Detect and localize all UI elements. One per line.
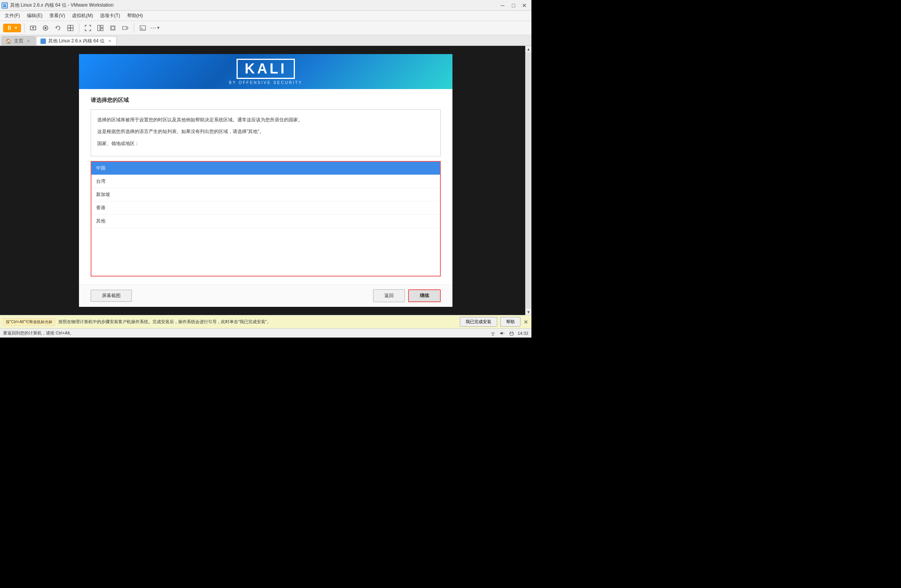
menu-view[interactable]: 查看(V) [46,12,68,20]
kali-logo-box: KALI [237,59,295,79]
clock: 14:32 [517,331,528,336]
field-label: 国家、领地或地区： [97,140,434,148]
magnify-button[interactable] [120,23,131,33]
region-item-china[interactable]: 中国 [91,162,440,175]
region-item-hongkong[interactable]: 香港 [91,201,440,215]
titlebar: 其他 Linux 2.6.x 内核 64 位 - VMware Workstat… [0,0,531,11]
installer-window: KALI BY OFFENSIVE SECURITY 请选择您的区域 选择的区域… [79,54,452,307]
minimize-button[interactable]: ─ [497,0,508,11]
home-icon: 🏠 [6,38,12,44]
footer-text: 要返回到您的计算机，请按 Ctrl+Alt。 [3,330,74,336]
maximize-button[interactable]: □ [508,0,519,11]
installer-content: 请选择您的区域 选择的区域将被用于设置您的时区以及其他例如帮助决定系统区域。通常… [79,89,452,284]
region-item-taiwan[interactable]: 台湾 [91,175,440,188]
window-title: 其他 Linux 2.6.x 内核 64 位 - VMware Workstat… [10,2,114,9]
svg-rect-19 [140,26,145,30]
svg-point-21 [493,334,494,336]
snapshot-button[interactable] [40,23,51,33]
region-item-singapore[interactable]: 新加坡 [91,188,440,201]
svg-rect-0 [3,4,7,7]
scroll-down-button[interactable]: ▼ [526,309,531,315]
revert-button[interactable] [53,23,63,33]
more-button[interactable]: ⋯ ▼ [150,23,161,33]
description-box: 选择的区域将被用于设置您的时区以及其他例如帮助决定系统区域。通常这应该为您所居住… [91,109,441,156]
toolbar-sep3 [134,23,134,33]
view-fullscreen-button[interactable] [82,23,93,33]
hint-bar: 按"Ctrl+Alt"可释放鼠标光标 按照在物理计算机中的步骤安装客户机操作系统… [0,315,531,328]
pause-icon: ⏸ [6,24,12,32]
svg-rect-10 [70,28,73,31]
menu-file[interactable]: 文件(F) [2,12,23,20]
pause-button[interactable]: ⏸ ▼ [3,24,21,32]
install-hint-text: 按照在物理计算机中的步骤安装客户机操作系统。完成安装后，操作系统会进行引导，此时… [58,319,457,325]
kali-header: KALI BY OFFENSIVE SECURITY [79,54,452,89]
scrollbar-right[interactable]: ▲ ▼ [525,46,531,315]
install-done-button[interactable]: 我已完成安装 [460,317,497,327]
vm-tab-icon [40,38,46,44]
send-ctrlaltdel-button[interactable] [28,23,39,33]
scroll-up-button[interactable]: ▲ [526,46,531,52]
snapshot-manager-button[interactable] [65,23,76,33]
page-heading: 请选择您的区域 [91,97,441,104]
more-dropdown-icon: ▼ [156,26,160,30]
titlebar-left: 其他 Linux 2.6.x 内核 64 位 - VMware Workstat… [2,2,114,9]
tray-power-icon[interactable] [508,330,515,337]
svg-rect-16 [123,26,126,30]
more-icon: ⋯ [150,24,156,32]
svg-line-18 [127,28,128,30]
desc-line1: 选择的区域将被用于设置您的时区以及其他例如帮助决定系统区域。通常这应该为您所居住… [97,116,434,124]
vm-content: ▲ ▼ KALI BY OFFENSIVE SECURITY [0,46,531,315]
help-button[interactable]: 帮助 [500,317,521,327]
svg-rect-9 [68,28,70,31]
tabs-bar: 🏠 主页 ✕ 其他 Linux 2.6.x 内核 64 位 ✕ [0,35,531,46]
close-hint-icon[interactable]: ✕ [524,319,528,325]
console-button[interactable] [137,23,148,33]
tray-volume-icon[interactable] [499,330,506,337]
svg-point-6 [44,27,46,29]
svg-rect-11 [98,25,100,31]
menu-tabs[interactable]: 选项卡(T) [97,12,123,20]
continue-button[interactable]: 继续 [408,289,441,302]
svg-rect-13 [101,28,103,31]
region-item-other[interactable]: 其他 [91,215,440,228]
close-button[interactable]: ✕ [519,0,530,11]
tab-home-close[interactable]: ✕ [26,38,31,44]
svg-line-17 [127,26,128,28]
ctrl-alt-hint: 按"Ctrl+Alt"可释放鼠标光标 [3,318,55,326]
kali-logo: KALI BY OFFENSIVE SECURITY [229,59,303,85]
tab-home-label: 主页 [14,38,23,44]
scroll-track[interactable] [526,52,531,309]
pause-dropdown-icon: ▼ [14,26,18,30]
vm-viewport[interactable]: ▲ ▼ KALI BY OFFENSIVE SECURITY [0,46,531,315]
installer-bottom-bar: 屏幕截图 返回 继续 [79,284,452,307]
menubar: 文件(F) 编辑(E) 查看(V) 虚拟机(M) 选项卡(T) 帮助(H) [0,11,531,21]
toolbar: ⏸ ▼ ⋯ [0,21,531,35]
tab-home[interactable]: 🏠 主页 ✕ [2,36,35,46]
toolbar-sep1 [24,23,25,33]
system-tray: 14:32 [489,330,528,337]
kali-title: KALI [245,61,287,77]
tab-vm-label: 其他 Linux 2.6.x 内核 64 位 [48,38,105,44]
nav-buttons: 返回 继续 [373,289,441,302]
menu-edit[interactable]: 编辑(E) [24,12,46,20]
region-list[interactable]: 中国 台湾 新加坡 香港 其他 [91,161,441,276]
back-button[interactable]: 返回 [373,289,405,302]
vm-outer: ▲ ▼ KALI BY OFFENSIVE SECURITY [0,46,531,315]
svg-rect-7 [68,25,70,28]
svg-rect-8 [70,25,73,28]
svg-line-23 [503,332,504,334]
autofit-button[interactable] [107,23,118,33]
kali-subtitle: BY OFFENSIVE SECURITY [229,80,303,85]
tab-vm[interactable]: 其他 Linux 2.6.x 内核 64 位 ✕ [36,36,117,46]
desc-line2: 这是根据您所选择的语言产生的短列表。如果没有列出您的区域，请选择"其他"。 [97,128,434,136]
svg-rect-15 [111,26,114,30]
tab-vm-close[interactable]: ✕ [107,38,112,44]
menu-vm[interactable]: 虚拟机(M) [69,12,96,20]
menu-help[interactable]: 帮助(H) [124,12,146,20]
screenshot-button[interactable]: 屏幕截图 [91,290,132,302]
toolbar-sep2 [79,23,79,33]
app-icon [2,2,8,9]
view-unity-button[interactable] [95,23,106,33]
svg-rect-12 [101,25,103,28]
tray-network-icon[interactable] [489,330,496,337]
